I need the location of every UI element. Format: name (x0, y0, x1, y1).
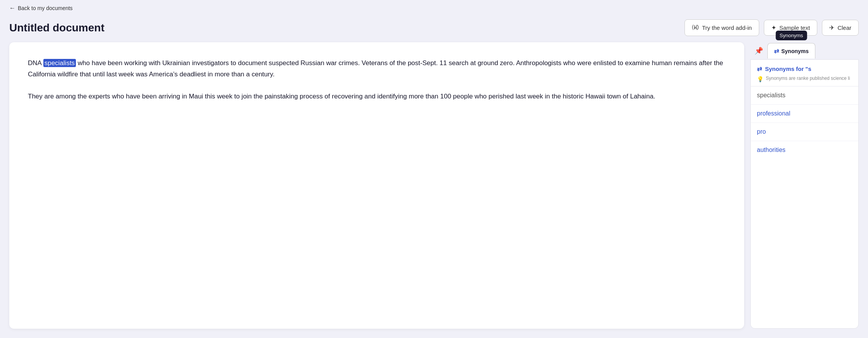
bulb-icon: 💡 (757, 76, 763, 82)
synonym-label-authorities: authorities (757, 147, 786, 153)
synonyms-title-text: Synonyms for "s (765, 66, 811, 72)
synonyms-panel-header: ⇄ Synonyms for "s 💡 Synonyms are ranke p… (751, 60, 858, 86)
highlighted-word[interactable]: specialists (43, 59, 76, 67)
paragraph-2: They are among the experts who have been… (28, 91, 726, 102)
synonyms-tab-label: Synonyms (781, 48, 809, 54)
word-icon: 🄦 (692, 24, 699, 32)
top-nav: ← Back to my documents (0, 0, 868, 16)
document-header: Untitled document 🄦 Try the word add-in … (0, 16, 868, 42)
document-area: DNA specialists who have been working wi… (9, 42, 744, 329)
clear-label: Clear (837, 24, 851, 31)
pin-tab-button[interactable]: 📌 (750, 42, 767, 59)
clear-button[interactable]: ✈ Clear (822, 20, 859, 36)
clear-icon: ✈ (829, 24, 834, 31)
synonyms-tab-wrapper: Synonyms ⇄ Synonyms (767, 43, 815, 59)
text-before-highlight: DNA (28, 59, 43, 67)
synonym-item-pro[interactable]: pro (751, 123, 858, 141)
right-sidebar: 📌 Synonyms ⇄ Synonyms ⇄ Synonyms for "s … (750, 42, 859, 329)
synonyms-title-icon: ⇄ (757, 65, 762, 72)
word-addin-label: Try the word add-in (702, 24, 752, 31)
sample-text-label: Sample text (779, 24, 810, 31)
synonym-item-specialists[interactable]: specialists (751, 86, 858, 105)
paragraph-1: DNA specialists who have been working wi… (28, 58, 726, 80)
synonyms-subtitle: 💡 Synonyms are ranke published science l… (757, 76, 852, 82)
sample-text-button[interactable]: ✦ Sample text (764, 20, 817, 36)
star-icon: ✦ (771, 24, 776, 31)
synonym-item-authorities[interactable]: authorities (751, 141, 858, 159)
synonyms-panel: ⇄ Synonyms for "s 💡 Synonyms are ranke p… (750, 59, 859, 329)
header-actions: 🄦 Try the word add-in ✦ Sample text ✈ Cl… (684, 19, 859, 36)
synonyms-panel-title: ⇄ Synonyms for "s (757, 65, 852, 72)
synonyms-subtitle-text: Synonyms are ranke published science li (766, 76, 850, 81)
synonym-label-pro: pro (757, 128, 766, 135)
synonyms-tab-icon: ⇄ (774, 47, 779, 55)
back-link-label: Back to my documents (18, 5, 73, 11)
synonyms-tab-button[interactable]: ⇄ Synonyms (767, 43, 815, 59)
synonym-label-professional: professional (757, 110, 790, 117)
word-addin-button[interactable]: 🄦 Try the word add-in (684, 19, 759, 36)
pin-icon: 📌 (755, 47, 763, 55)
document-title: Untitled document (9, 22, 105, 34)
back-arrow-icon: ← (9, 5, 15, 12)
synonym-label-specialists: specialists (757, 92, 786, 98)
sidebar-tab-bar: 📌 Synonyms ⇄ Synonyms (750, 42, 859, 59)
back-link[interactable]: ← Back to my documents (9, 5, 73, 12)
document-text: DNA specialists who have been working wi… (28, 58, 726, 102)
synonym-item-professional[interactable]: professional (751, 105, 858, 123)
text-after-highlight: who have been working with Ukrainian inv… (28, 59, 723, 78)
main-layout: DNA specialists who have been working wi… (0, 42, 868, 338)
